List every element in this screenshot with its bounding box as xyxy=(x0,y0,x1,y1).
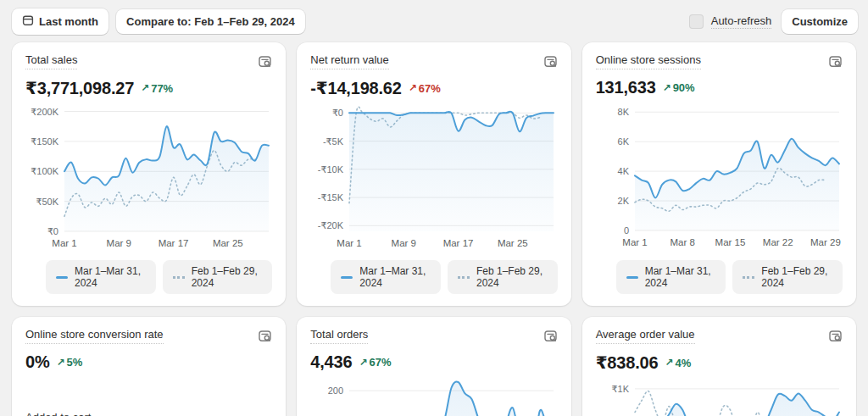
chart-area[interactable]: ₹0-₹5K-₹10K-₹15K-₹20KMar 1Mar 9Mar 17Mar… xyxy=(310,102,557,255)
chart-area[interactable]: 8K6K4K2K0Mar 1Mar 8Mar 15Mar 22Mar 29 xyxy=(596,101,843,254)
card-total-sales: Total sales ₹3,771,098.27 ↗77% ₹200K₹150… xyxy=(12,42,286,306)
trend-up-icon: ↗ xyxy=(409,82,417,94)
svg-text:6K: 6K xyxy=(617,136,629,147)
metric-value: 4,436 xyxy=(310,352,352,372)
svg-text:₹0: ₹0 xyxy=(47,226,58,236)
card-title: Total sales xyxy=(25,53,77,69)
legend-comparison: Feb 1–Feb 29, 2024 xyxy=(448,260,558,294)
metric-value: ₹838.06 xyxy=(596,352,659,373)
metric-delta: ↗90% xyxy=(663,81,695,94)
card-total-orders: Total orders 4,436 ↗67% 200 Mar 1–Mar 31… xyxy=(297,317,570,416)
metric-value: 131,633 xyxy=(596,78,656,97)
metric-delta: ↗77% xyxy=(141,82,173,95)
conversion-breakdown-row[interactable]: Added to cart 13,468 sessions 10.23% ↗ 5… xyxy=(25,411,272,416)
card-title: Net return value xyxy=(310,53,389,69)
svg-text:Mar 9: Mar 9 xyxy=(392,238,416,248)
view-report-icon[interactable] xyxy=(828,54,843,72)
svg-text:-₹10K: -₹10K xyxy=(318,164,344,175)
svg-text:₹100K: ₹100K xyxy=(31,166,58,176)
svg-text:200: 200 xyxy=(328,385,343,396)
metric-delta: ↗67% xyxy=(409,82,441,95)
svg-text:Mar 25: Mar 25 xyxy=(213,238,243,248)
trend-up-icon: ↗ xyxy=(57,357,65,369)
solid-line-swatch xyxy=(341,276,353,279)
svg-text:8K: 8K xyxy=(617,107,629,117)
card-title: Online store sessions xyxy=(596,53,701,69)
metrics-grid: Total sales ₹3,771,098.27 ↗77% ₹200K₹150… xyxy=(0,42,868,416)
metric-delta: ↗4% xyxy=(665,357,691,369)
svg-text:Mar 8: Mar 8 xyxy=(670,237,694,247)
metric-delta: ↗67% xyxy=(359,356,391,369)
svg-text:Mar 1: Mar 1 xyxy=(337,238,362,248)
dotted-line-swatch xyxy=(173,276,185,279)
chart-legend: Mar 1–Mar 31, 2024 Feb 1–Feb 29, 2024 xyxy=(310,260,557,294)
metric-value: 0% xyxy=(25,352,50,372)
view-report-icon[interactable] xyxy=(828,329,843,347)
card-conversion-rate: Online store conversion rate 0% ↗5% Adde… xyxy=(12,317,286,416)
auto-refresh-label: Auto-refresh xyxy=(711,14,772,29)
dotted-line-swatch xyxy=(743,276,754,279)
view-report-icon[interactable] xyxy=(543,329,558,347)
metric-delta: ↗5% xyxy=(57,356,83,369)
breakdown-label: Added to cart xyxy=(25,411,147,416)
solid-line-swatch xyxy=(56,276,68,279)
svg-text:₹150K: ₹150K xyxy=(31,136,58,147)
trend-up-icon: ↗ xyxy=(665,357,673,369)
chart-area[interactable]: 200 xyxy=(310,375,557,416)
compare-to-button[interactable]: Compare to: Feb 1–Feb 29, 2024 xyxy=(116,9,305,34)
trend-up-icon: ↗ xyxy=(663,82,671,94)
view-report-icon[interactable] xyxy=(258,54,272,72)
chart-area[interactable]: ₹200K₹150K₹100K₹50K₹0Mar 1Mar 9Mar 17Mar… xyxy=(25,102,272,255)
svg-text:Mar 22: Mar 22 xyxy=(762,237,793,247)
svg-text:Mar 9: Mar 9 xyxy=(107,238,131,248)
svg-text:Mar 25: Mar 25 xyxy=(498,238,528,248)
customize-label: Customize xyxy=(792,15,848,28)
legend-current: Mar 1–Mar 31, 2024 xyxy=(331,260,441,294)
svg-text:-₹15K: -₹15K xyxy=(318,192,344,202)
date-range-label: Last month xyxy=(39,15,98,28)
svg-text:₹0: ₹0 xyxy=(332,108,343,118)
solid-line-swatch xyxy=(626,276,638,279)
dotted-line-swatch xyxy=(458,276,470,279)
trend-up-icon: ↗ xyxy=(141,82,149,94)
chart-legend: Mar 1–Mar 31, 2024 Feb 1–Feb 29, 2024 xyxy=(25,260,272,294)
chart-area[interactable]: ₹1K xyxy=(596,376,843,416)
legend-comparison: Feb 1–Feb 29, 2024 xyxy=(732,260,843,294)
svg-text:Mar 1: Mar 1 xyxy=(622,237,647,247)
legend-current: Mar 1–Mar 31, 2024 xyxy=(616,260,726,294)
customize-button[interactable]: Customize xyxy=(782,9,858,34)
svg-text:₹50K: ₹50K xyxy=(36,197,58,207)
svg-text:Mar 17: Mar 17 xyxy=(443,238,474,248)
svg-text:-₹20K: -₹20K xyxy=(318,220,344,230)
card-average-order-value: Average order value ₹838.06 ↗4% ₹1K Mar … xyxy=(582,317,856,416)
toolbar: Last month Compare to: Feb 1–Feb 29, 202… xyxy=(0,0,868,42)
date-range-button[interactable]: Last month xyxy=(12,8,108,35)
svg-text:Mar 17: Mar 17 xyxy=(159,238,189,248)
auto-refresh-checkbox[interactable] xyxy=(689,14,704,29)
metric-value: -₹14,198.62 xyxy=(310,78,401,98)
chart-legend: Mar 1–Mar 31, 2024 Feb 1–Feb 29, 2024 xyxy=(596,260,843,294)
trend-up-icon: ↗ xyxy=(359,357,367,369)
card-title: Online store conversion rate xyxy=(25,328,164,344)
svg-text:Mar 1: Mar 1 xyxy=(52,238,76,248)
svg-text:Mar 15: Mar 15 xyxy=(715,237,745,247)
card-online-store-sessions: Online store sessions 131,633 ↗90% 8K6K4… xyxy=(582,42,856,306)
card-title: Average order value xyxy=(596,328,695,344)
legend-comparison: Feb 1–Feb 29, 2024 xyxy=(163,260,273,294)
card-net-return-value: Net return value -₹14,198.62 ↗67% ₹0-₹5K… xyxy=(297,42,570,306)
view-report-icon[interactable] xyxy=(258,329,272,347)
calendar-icon xyxy=(22,14,34,29)
svg-text:₹1K: ₹1K xyxy=(611,384,629,394)
card-title: Total orders xyxy=(310,328,368,344)
view-report-icon[interactable] xyxy=(543,54,558,72)
compare-to-label: Compare to: Feb 1–Feb 29, 2024 xyxy=(126,15,295,28)
svg-text:₹200K: ₹200K xyxy=(31,107,58,117)
svg-text:Mar 29: Mar 29 xyxy=(810,237,841,247)
legend-current: Mar 1–Mar 31, 2024 xyxy=(46,260,156,294)
svg-text:-₹5K: -₹5K xyxy=(323,136,344,147)
metric-value: ₹3,771,098.27 xyxy=(25,78,134,98)
svg-text:0: 0 xyxy=(624,225,629,236)
svg-text:4K: 4K xyxy=(617,166,629,176)
svg-text:2K: 2K xyxy=(617,196,629,206)
